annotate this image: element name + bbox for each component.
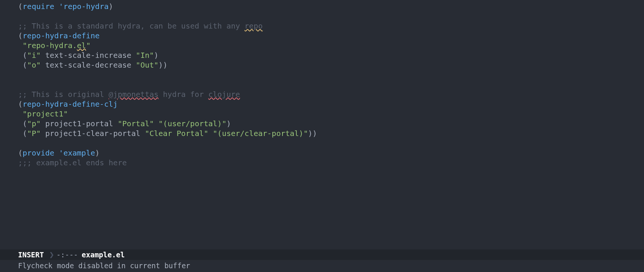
keyword-require: require — [23, 2, 54, 11]
buffer-status: -:--- — [56, 250, 78, 260]
mode-line[interactable]: INSERT ❯ -:--- example.el — [0, 249, 644, 260]
blank-line[interactable] — [18, 11, 644, 21]
blank-line[interactable] — [18, 70, 644, 80]
spell-warning: el — [77, 41, 86, 50]
code-line[interactable]: (require 'repo-hydra) — [18, 2, 644, 11]
code-line[interactable]: ("o" text-scale-decrease "Out")) — [18, 60, 644, 70]
paren-close: ) — [109, 2, 113, 11]
comment-line[interactable]: ;;; example.el ends here — [18, 158, 644, 168]
code-line[interactable]: "repo-hydra.el" — [18, 41, 644, 50]
code-line[interactable]: "project1" — [18, 109, 644, 119]
comment-line[interactable]: ;; This is original @jpmonettas hydra fo… — [18, 89, 644, 99]
keyword-provide: provide — [23, 148, 54, 157]
paren-open: ( — [18, 2, 23, 11]
code-editor[interactable]: (require 'repo-hydra) ;; This is a stand… — [0, 0, 644, 248]
buffer-name: example.el — [82, 250, 125, 260]
quoted-symbol: repo-hydra — [63, 2, 108, 11]
chevron-right-icon: ❯ — [49, 249, 54, 260]
code-line[interactable]: ("P" project1-clear-portal "Clear Portal… — [18, 128, 644, 138]
comment-line[interactable]: ;; This is a standard hydra, can be used… — [18, 21, 644, 31]
evil-state-indicator: INSERT — [18, 250, 44, 260]
spell-error: clojure — [208, 90, 240, 99]
function-name: repo-hydra-define-clj — [23, 100, 118, 109]
spell-error: @jpmonettas — [109, 90, 158, 99]
spell-warning: repo — [245, 21, 263, 30]
echo-area: Flycheck mode disabled in current buffer — [18, 261, 190, 270]
code-line[interactable]: ("i" text-scale-increase "In") — [18, 50, 644, 60]
function-name: repo-hydra-define — [23, 31, 100, 40]
code-line[interactable]: (provide 'example) — [18, 148, 644, 158]
code-line[interactable]: (repo-hydra-define — [18, 31, 644, 41]
tick: ' — [59, 2, 63, 11]
code-line[interactable]: (repo-hydra-define-clj — [18, 99, 644, 109]
blank-line[interactable] — [18, 80, 644, 89]
code-line[interactable]: ("p" project1-portal "Portal" "(user/por… — [18, 119, 644, 128]
quoted-symbol: example — [63, 148, 95, 157]
blank-line[interactable] — [18, 138, 644, 148]
